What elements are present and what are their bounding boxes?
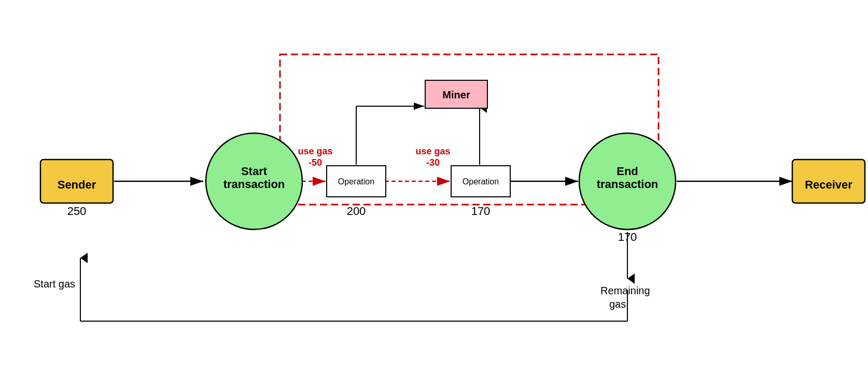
remaining-gas-label-line2: gas — [609, 298, 626, 310]
remaining-gas-label-line1: Remaining — [600, 285, 650, 296]
use-gas-50-label-line2: -50 — [309, 157, 322, 168]
end-transaction-label-line1: End — [617, 165, 638, 178]
gas-value-after-op2: 170 — [471, 205, 491, 218]
use-gas-30-label-line1: use gas — [415, 146, 450, 156]
gas-value-sender: 250 — [67, 205, 87, 218]
end-transaction-label-line2: transaction — [597, 178, 659, 191]
start-transaction-label-line1: Start — [241, 165, 268, 178]
gas-value-end: 170 — [618, 230, 637, 243]
use-gas-50-label-line1: use gas — [298, 146, 332, 156]
diagram-canvas: Sender Start transaction Operation Opera… — [0, 0, 868, 375]
miner-label: Miner — [442, 89, 470, 100]
receiver-label: Receiver — [805, 178, 852, 191]
use-gas-30-label-line2: -30 — [426, 157, 440, 168]
sender-label: Sender — [58, 178, 96, 191]
operation2-label: Operation — [463, 177, 499, 186]
gas-value-after-op1: 200 — [347, 205, 366, 218]
start-transaction-label-line2: transaction — [223, 178, 285, 191]
start-gas-label: Start gas — [34, 278, 75, 290]
operation1-label: Operation — [338, 177, 374, 186]
